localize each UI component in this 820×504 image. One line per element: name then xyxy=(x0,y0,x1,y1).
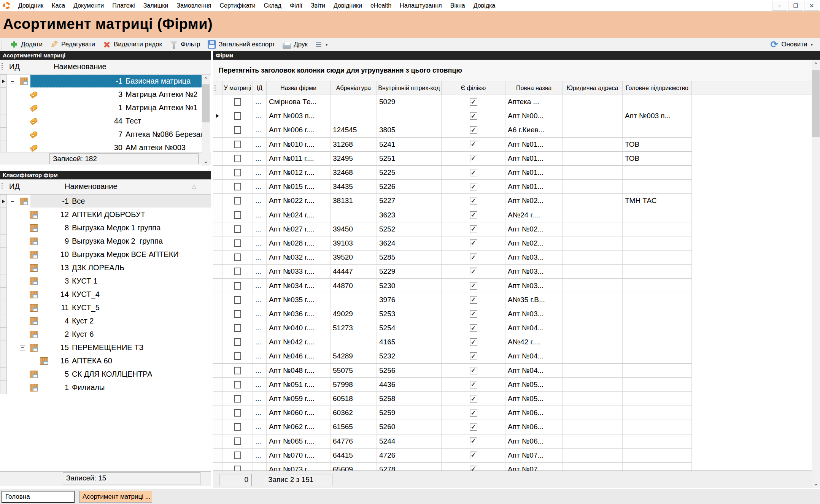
table-row[interactable]: ...Апт №033 г....444475229✓Апт №03... xyxy=(213,265,812,279)
in-matrix-checkbox[interactable] xyxy=(234,310,241,318)
menu-item[interactable]: Вікна xyxy=(446,0,469,11)
is-branch-checkbox[interactable]: ✓ xyxy=(470,296,477,304)
is-branch-cell[interactable]: ✓ xyxy=(442,123,505,137)
id-ellipsis-button[interactable]: ... xyxy=(253,279,267,293)
is-branch-checkbox[interactable]: ✓ xyxy=(470,268,477,275)
in-matrix-cell[interactable] xyxy=(222,279,253,293)
tree-node[interactable]: 15ПЕРЕМЕЩЕНИЕ ТЗ xyxy=(40,341,211,354)
is-branch-cell[interactable]: ✓ xyxy=(442,378,505,392)
barcode-cell[interactable]: 5278 xyxy=(377,463,442,471)
row-selector-cell[interactable] xyxy=(213,293,222,307)
is-branch-cell[interactable]: ✓ xyxy=(442,293,505,307)
tree-node[interactable]: -1Все xyxy=(30,195,211,208)
in-matrix-cell[interactable] xyxy=(222,138,253,152)
row-selector-cell[interactable] xyxy=(213,95,222,109)
is-branch-checkbox[interactable]: ✓ xyxy=(470,126,477,134)
is-branch-checkbox[interactable]: ✓ xyxy=(470,423,477,431)
firm-name-cell[interactable]: Апт №065 г.... xyxy=(267,434,331,449)
firm-name-cell[interactable]: Апт №027 г.... xyxy=(267,222,331,236)
id-ellipsis-button[interactable]: ... xyxy=(253,392,267,406)
in-matrix-cell[interactable] xyxy=(222,420,253,434)
matrices-scrollbar[interactable]: ⌃ ⌄ xyxy=(202,74,210,166)
head-company-cell[interactable] xyxy=(623,349,692,363)
in-matrix-checkbox[interactable] xyxy=(234,437,241,445)
firms-column-header[interactable]: Юридична адреса xyxy=(563,81,623,95)
abbreviation-cell[interactable]: 39450 xyxy=(331,222,377,236)
row-selector-cell[interactable] xyxy=(213,349,222,363)
is-branch-checkbox[interactable]: ✓ xyxy=(470,197,477,204)
row-selector-cell[interactable] xyxy=(213,321,222,335)
legal-address-cell[interactable] xyxy=(563,307,623,321)
firm-name-cell[interactable]: Смірнова Те... xyxy=(267,95,331,109)
is-branch-cell[interactable]: ✓ xyxy=(442,152,505,166)
head-company-cell[interactable] xyxy=(623,307,692,321)
full-name-cell[interactable]: Апт №02... xyxy=(505,236,563,250)
table-row[interactable]: ...Апт №060 г....603625259✓Апт №06... xyxy=(213,406,812,420)
firms-column-header[interactable]: У матриці xyxy=(222,81,253,95)
is-branch-checkbox[interactable]: ✓ xyxy=(470,155,477,162)
is-branch-checkbox[interactable]: ✓ xyxy=(470,169,477,176)
is-branch-checkbox[interactable]: ✓ xyxy=(470,310,477,318)
firm-name-cell[interactable]: Апт №048 г.... xyxy=(267,364,331,378)
firm-name-cell[interactable]: Апт №003 п... xyxy=(267,109,331,123)
head-company-cell[interactable] xyxy=(623,236,692,250)
is-branch-cell[interactable]: ✓ xyxy=(442,364,505,378)
firm-name-cell[interactable]: Апт №042 г.... xyxy=(267,335,331,349)
head-company-cell[interactable] xyxy=(623,463,692,471)
menu-item[interactable]: Документи xyxy=(69,0,108,11)
menu-item[interactable]: Залишки xyxy=(139,0,173,11)
id-ellipsis-button[interactable]: ... xyxy=(253,420,267,434)
in-matrix-cell[interactable] xyxy=(222,194,253,208)
tree-row[interactable]: 44Тест xyxy=(7,114,202,128)
row-selector-cell[interactable] xyxy=(213,109,222,123)
in-matrix-cell[interactable] xyxy=(222,406,253,420)
in-matrix-checkbox[interactable] xyxy=(234,169,241,176)
row-selector-cell[interactable] xyxy=(0,208,7,221)
barcode-cell[interactable]: 3624 xyxy=(377,236,442,250)
scroll-thumb[interactable] xyxy=(202,84,210,122)
in-matrix-checkbox[interactable] xyxy=(234,324,241,332)
row-selector-cell[interactable] xyxy=(0,235,7,248)
full-name-cell[interactable]: Апт №07... xyxy=(505,449,563,463)
firms-column-header[interactable]: Головне підприємство xyxy=(623,81,692,95)
in-matrix-cell[interactable] xyxy=(222,152,253,166)
abbreviation-cell[interactable]: 60518 xyxy=(331,392,377,406)
firm-name-cell[interactable]: Апт №024 г.... xyxy=(267,208,331,222)
tree-row[interactable]: 11КУСТ_5 xyxy=(7,301,211,314)
barcode-cell[interactable]: 5251 xyxy=(377,152,442,166)
firm-name-cell[interactable]: Апт №006 г.... xyxy=(267,123,331,137)
filter-button[interactable]: Фільтр xyxy=(166,39,203,50)
collapse-icon[interactable] xyxy=(10,199,15,204)
firms-column-header[interactable]: Внутрішній штрих-код xyxy=(377,81,442,95)
abbreviation-cell[interactable] xyxy=(331,109,377,123)
legal-address-cell[interactable] xyxy=(563,180,623,194)
in-matrix-checkbox[interactable] xyxy=(234,268,241,275)
firm-name-cell[interactable]: Апт №036 г.... xyxy=(267,307,331,321)
row-selector-cell[interactable] xyxy=(213,250,222,265)
abbreviation-cell[interactable]: 44447 xyxy=(331,265,377,279)
is-branch-cell[interactable]: ✓ xyxy=(442,222,505,236)
row-selector-cell[interactable] xyxy=(0,88,7,101)
firm-name-cell[interactable]: Апт №034 г.... xyxy=(267,279,331,293)
in-matrix-cell[interactable] xyxy=(222,208,253,222)
is-branch-cell[interactable]: ✓ xyxy=(442,434,505,449)
scroll-up-icon[interactable]: ⌃ xyxy=(202,74,210,84)
close-button[interactable]: ✕ xyxy=(804,1,819,11)
row-selector-cell[interactable] xyxy=(0,354,7,368)
legal-address-cell[interactable] xyxy=(563,166,623,180)
is-branch-checkbox[interactable]: ✓ xyxy=(470,211,477,219)
tree-node[interactable]: 9Выгрузка Медок 2 группа xyxy=(40,235,211,247)
in-matrix-cell[interactable] xyxy=(222,265,253,279)
head-company-cell[interactable] xyxy=(623,392,692,406)
head-company-cell[interactable] xyxy=(623,335,692,349)
task-tab[interactable]: Головна xyxy=(2,491,75,503)
id-ellipsis-button[interactable]: ... xyxy=(253,95,267,109)
menu-item[interactable]: Звіти xyxy=(307,0,329,11)
is-branch-cell[interactable]: ✓ xyxy=(442,335,505,349)
head-company-cell[interactable]: ТОВ xyxy=(623,138,692,152)
full-name-cell[interactable]: Апт №05... xyxy=(505,392,563,406)
in-matrix-checkbox[interactable] xyxy=(234,225,241,233)
in-matrix-checkbox[interactable] xyxy=(234,452,241,459)
id-ellipsis-button[interactable]: ... xyxy=(253,349,267,363)
legal-address-cell[interactable] xyxy=(563,236,623,250)
